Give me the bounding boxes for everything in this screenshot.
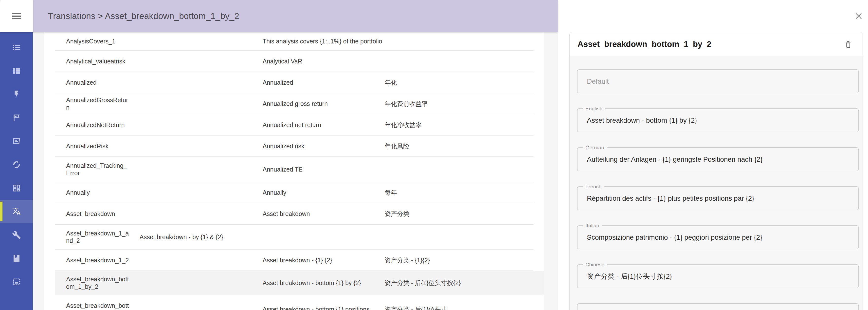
key-cell: Annualized_Tracking_Error (66, 162, 140, 177)
sync-arcs-icon (12, 160, 21, 169)
table-row[interactable]: Asset_breakdown_bottom_1_by_2Asset break… (55, 271, 544, 295)
key-cell: AnnualizedGrossReturn (66, 96, 140, 111)
chinese-cell: 年化 (385, 79, 533, 86)
translation-field-french[interactable]: FrenchRépartition des actifs - {1} plus … (577, 186, 859, 210)
translation-field-default[interactable]: Default (577, 69, 859, 93)
key-cell: Annualized (66, 79, 140, 86)
sidebar-item-dashboard[interactable] (0, 176, 33, 200)
translation-field[interactable] (577, 303, 859, 310)
document-icon (12, 137, 21, 146)
sidebar-item-frame[interactable] (0, 270, 33, 293)
english-cell: Annualized net return (262, 121, 385, 129)
english-cell: Analytical VaR (262, 57, 385, 65)
sidebar-item-flash[interactable] (0, 82, 33, 106)
table-row[interactable]: Asset_breakdown_bottom_1_positionsAsset … (55, 295, 533, 310)
english-cell: Annually (262, 189, 385, 196)
dashboard-icon (12, 184, 21, 193)
field-value: Aufteilung der Anlagen - {1} geringste P… (587, 156, 763, 163)
field-label: Italian (583, 223, 602, 229)
field-value: Répartition des actifs - {1} plus petite… (587, 195, 754, 202)
field-label: French (583, 184, 604, 190)
english-cell: Asset breakdown - {1} {2} (262, 256, 385, 264)
sidebar-item-list[interactable] (0, 35, 33, 59)
key-cell: AnalysisCovers_1 (66, 37, 140, 45)
translation-field-italian[interactable]: ItalianScomposizione patrimonio - {1} pe… (577, 225, 859, 249)
chinese-cell: 资产分类 (385, 210, 533, 218)
panel-title: Asset_breakdown_bottom_1_by_2 (578, 39, 843, 49)
key-cell: Asset_breakdown (66, 210, 140, 218)
table-row[interactable]: Asset_breakdown_1_and_2Asset breakdown -… (55, 225, 533, 250)
app-header: Translations > Asset_breakdown_bottom_1_… (33, 0, 558, 32)
sidebar-item-translations[interactable] (0, 200, 33, 223)
translation-field-english[interactable]: EnglishAsset breakdown - bottom {1} by {… (577, 108, 859, 132)
translations-page: Translations > Asset_breakdown_bottom_1_… (0, 0, 868, 310)
field-value: 资产分类 - 后{1}位头寸按{2} (587, 272, 672, 281)
sidebar-item-sync[interactable] (0, 153, 33, 176)
translation-detail-card: Asset_breakdown_bottom_1_by_2 DefaultEng… (569, 32, 863, 310)
frame-select-icon (12, 277, 21, 286)
table-row[interactable]: AnnuallyAnnually每年 (55, 182, 533, 203)
chinese-cell: 每年 (385, 189, 533, 196)
translation-table: AnalysisCovers_1This analysis covers {1:… (55, 32, 533, 310)
close-icon (855, 12, 862, 20)
close-panel-button[interactable] (854, 11, 864, 21)
table-row[interactable]: Annualized_Tracking_ErrorAnnualized TE (55, 157, 533, 182)
english-cell: Annualized risk (262, 142, 385, 150)
chinese-cell: 年化费前收益率 (385, 100, 533, 107)
key-cell: AnnualizedRisk (66, 142, 140, 150)
table-row[interactable]: AnalysisCovers_1This analysis covers {1:… (55, 32, 533, 51)
sidebar-item-flag[interactable] (0, 106, 33, 129)
english-cell: Asset breakdown - bottom {1} positions (262, 306, 385, 310)
flag-icon (12, 113, 21, 122)
english-cell: Annualized (262, 79, 385, 86)
english-cell: Asset breakdown - bottom {1} by {2} (262, 279, 385, 286)
key-cell: Asset_breakdown_bottom_1_by_2 (66, 276, 140, 290)
field-label: Chinese (583, 262, 607, 267)
translation-field-chinese[interactable]: Chinese资产分类 - 后{1}位头寸按{2} (577, 264, 859, 288)
wrench-icon (12, 230, 21, 239)
key-cell: Asset_breakdown_1_and_2 (66, 229, 140, 244)
english-cell: This analysis covers {1:,.1%} of the por… (262, 37, 385, 45)
bulleted-list-icon (12, 43, 21, 52)
chinese-cell: 资产分类 - 后{1}位头寸 (385, 306, 533, 310)
english-cell: Annualized gross return (262, 100, 385, 107)
table-row[interactable]: Asset_breakdownAsset breakdown资产分类 (55, 203, 533, 225)
chinese-cell: 资产分类 - {1}{2} (385, 256, 533, 264)
field-label: German (583, 145, 607, 150)
delete-translation-button[interactable] (843, 39, 853, 49)
book-icon (12, 254, 21, 263)
flash-icon (12, 90, 21, 99)
sidebar-item-tools[interactable] (0, 223, 33, 247)
table-row[interactable]: Asset_breakdown_1_2Asset breakdown - {1}… (55, 250, 533, 271)
key-cell: Annually (66, 189, 140, 196)
field-value: Scomposizione patrimonio - {1} peggiori … (587, 233, 762, 242)
table-row[interactable]: AnnualizedRiskAnnualized risk年化风险 (55, 136, 533, 157)
table-row[interactable]: AnnualizedNetReturnAnnualized net return… (55, 114, 533, 136)
key-cell: AnnualizedNetReturn (66, 121, 140, 129)
detailed-list-icon (12, 66, 21, 75)
sidebar-nav (0, 32, 33, 310)
menu-button[interactable] (0, 0, 33, 32)
translate-icon (12, 207, 21, 216)
field-placeholder: Default (587, 78, 609, 85)
english-cell: Annualized TE (262, 166, 385, 173)
key-cell: Analytical_valueatrisk (66, 57, 140, 65)
translation-field-german[interactable]: GermanAufteilung der Anlagen - {1} gerin… (577, 147, 859, 171)
sidebar-item-library[interactable] (0, 247, 33, 270)
english-cell: Asset breakdown (262, 210, 385, 218)
table-row[interactable]: AnnualizedAnnualized年化 (55, 72, 533, 93)
field-value: Asset breakdown - bottom {1} by {2} (587, 116, 697, 124)
translations-table-card: AnalysisCovers_1This analysis covers {1:… (44, 32, 544, 310)
default-cell: Asset breakdown - by {1} & {2} (140, 233, 262, 241)
chinese-cell: 资产分类 - 后{1}位头寸按{2} (385, 279, 533, 286)
field-label: English (583, 106, 605, 112)
table-row[interactable]: Analytical_valueatriskAnalytical VaR (55, 51, 533, 72)
sidebar-item-detailed-list[interactable] (0, 59, 33, 82)
sidebar-item-documents[interactable] (0, 129, 33, 153)
chinese-cell: 年化风险 (385, 142, 533, 150)
key-cell: Asset_breakdown_bottom_1_positions (66, 302, 140, 310)
table-row[interactable]: AnnualizedGrossReturnAnnualized gross re… (55, 93, 533, 114)
panel-title-row: Asset_breakdown_bottom_1_by_2 (569, 32, 863, 56)
key-cell: Asset_breakdown_1_2 (66, 256, 140, 264)
translation-detail-panel: Asset_breakdown_bottom_1_by_2 DefaultEng… (558, 0, 868, 310)
